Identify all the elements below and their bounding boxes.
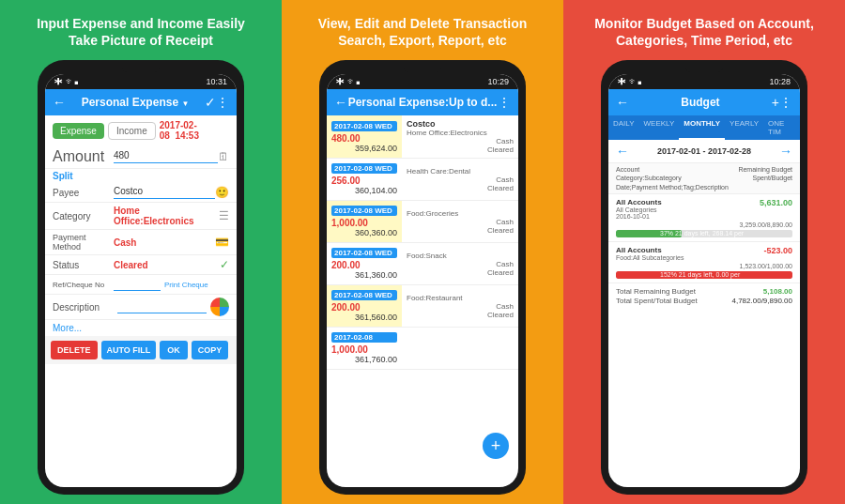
back-icon-2[interactable]: ← bbox=[334, 95, 347, 110]
status-bar-2: ✱ ᯤ◼ 10:29 bbox=[327, 74, 518, 89]
status-label: Status bbox=[53, 260, 114, 270]
txn-left-0: 2017-02-08 WED 480.00 359,624.00 bbox=[327, 115, 402, 158]
transaction-item-4[interactable]: 2017-02-08 WED 200.00 361,560.00 Food:Re… bbox=[327, 285, 518, 328]
check-icon-1[interactable]: ✓ bbox=[205, 95, 216, 110]
description-row: Description bbox=[45, 295, 237, 320]
transaction-list: 2017-02-08 WED 480.00 359,624.00 Costco … bbox=[327, 115, 518, 370]
txn-status-0: CashCleared bbox=[407, 137, 514, 154]
status-row: Status Cleared ✓ bbox=[45, 255, 237, 275]
transaction-item-2[interactable]: 2017-02-08 WED 1,000.00 360,360.00 Food:… bbox=[327, 201, 518, 243]
panel-1: Input Expense and Income Easily Take Pic… bbox=[0, 0, 282, 504]
toolbar-title-2: Personal Expense:Up to d... bbox=[347, 96, 498, 109]
txn-date-0: 2017-02-08 WED bbox=[331, 121, 397, 131]
budget-totals: Total Remaining Budget 5,108.00 Total Sp… bbox=[608, 283, 800, 310]
status-bar-3: ✱ ᯤ◼ 10:28 bbox=[608, 74, 800, 89]
tab-income[interactable]: Income bbox=[108, 122, 156, 140]
phone-notch-3 bbox=[685, 68, 723, 72]
payment-icon: 💳 bbox=[215, 236, 229, 249]
col-header-right: Remaining Budget Spent/Budget bbox=[738, 165, 792, 191]
txn-date-4: 2017-02-08 WED bbox=[331, 290, 397, 300]
status-time-3: 10:28 bbox=[769, 77, 791, 86]
txn-date-2: 2017-02-08 WED bbox=[331, 206, 397, 216]
txn-balance-0: 359,624.00 bbox=[331, 144, 397, 153]
txn-status-1: CashCleared bbox=[407, 176, 514, 192]
budget-sub-0: 3,259.00/8,890.00 bbox=[616, 221, 792, 228]
prev-period-button[interactable]: ← bbox=[616, 144, 629, 159]
txn-amount-3: 200.00 bbox=[331, 260, 397, 270]
txn-date-1: 2017-02-08 WED bbox=[331, 163, 397, 174]
txn-date-3: 2017-02-08 WED bbox=[331, 248, 397, 258]
status-bar-1: ✱ ᯤ◼ 10:31 bbox=[45, 74, 237, 89]
budget-bar-label-0: 37% 21 days left, 268.14 per day bbox=[660, 230, 748, 237]
copy-button[interactable]: COPY bbox=[192, 341, 229, 359]
period-tab-daily[interactable]: DAILY bbox=[608, 115, 639, 140]
payee-row: Payee Costco 🙂 bbox=[45, 183, 237, 203]
budget-item-1[interactable]: All Accounts Food:All Subcategories -523… bbox=[608, 242, 800, 283]
more-icon-2[interactable]: ⋮ bbox=[498, 95, 511, 110]
txn-payee-0: Costco bbox=[407, 119, 514, 129]
amount-input[interactable]: 480 bbox=[114, 150, 218, 163]
refcheque-label: Ref/Cheque No bbox=[53, 281, 114, 289]
status-icons-2: ✱ ᯤ◼ bbox=[336, 77, 361, 86]
budget-amount-1: -523.00 bbox=[763, 246, 792, 261]
more-icon-1[interactable]: ⋮ bbox=[216, 95, 229, 110]
ok-button[interactable]: OK bbox=[160, 341, 188, 359]
status-value[interactable]: Cleared bbox=[114, 260, 220, 270]
txn-balance-1: 360,104.00 bbox=[331, 186, 397, 195]
txn-category-0: Home Office:Electronics bbox=[407, 129, 514, 137]
col-header-left: Account Category:Subcategory Date;Paymen… bbox=[616, 165, 729, 191]
total-spent-row: Total Spent/Total Budget 4,782.00/9,890.… bbox=[616, 297, 792, 305]
autofill-button[interactable]: AUTO FILL bbox=[101, 341, 157, 359]
calculator-icon[interactable]: 🗓 bbox=[218, 150, 229, 163]
back-icon-3[interactable]: ← bbox=[616, 95, 629, 110]
toolbar-2: ← Personal Expense:Up to d... ⋮ bbox=[327, 89, 518, 115]
payment-value[interactable]: Cash bbox=[114, 237, 215, 248]
description-input[interactable] bbox=[117, 300, 207, 313]
next-period-button[interactable]: → bbox=[779, 144, 792, 159]
txn-balance-3: 361,360.00 bbox=[331, 270, 397, 280]
category-row: Category Home Office:Electronics ☰ bbox=[45, 203, 237, 230]
transaction-item-1[interactable]: 2017-02-08 WED 256.00 360,104.00 Health … bbox=[327, 159, 518, 201]
txn-category-1: Health Care:Dental bbox=[407, 167, 514, 176]
budget-items: All Accounts All Categories 2016-10-01 5… bbox=[608, 194, 800, 283]
txn-amount-4: 200.00 bbox=[331, 302, 397, 313]
toolbar-title-1: Personal Expense ▼ bbox=[66, 96, 205, 109]
color-wheel-icon bbox=[210, 298, 229, 316]
back-icon-1[interactable]: ← bbox=[53, 95, 66, 110]
txn-category-3: Food:Snack bbox=[407, 252, 514, 260]
budget-item-0[interactable]: All Accounts All Categories 2016-10-01 5… bbox=[608, 194, 800, 242]
phone-screen-1: ✱ ᯤ◼ 10:31 ← Personal Expense ▼ ✓ ⋮ Expe… bbox=[45, 74, 237, 487]
payee-input[interactable]: Costco bbox=[114, 186, 215, 199]
panel-3-title: Monitor Budget Based on Account, Categor… bbox=[594, 15, 814, 49]
payee-icon: 🙂 bbox=[215, 186, 229, 199]
transaction-item-5[interactable]: 2017-02-08 1,000.00 361,760.00 bbox=[327, 328, 518, 370]
more-icon-3[interactable]: ⋮ bbox=[779, 95, 792, 110]
budget-bar-bg-1: 152% 21 days left, 0.00 per day bbox=[616, 271, 792, 279]
category-value[interactable]: Home Office:Electronics bbox=[114, 206, 219, 226]
transaction-item-3[interactable]: 2017-02-08 WED 200.00 361,360.00 Food:Sn… bbox=[327, 243, 518, 285]
status-time-1: 10:31 bbox=[206, 77, 227, 86]
print-cheque-button[interactable]: Print Cheque bbox=[164, 281, 208, 289]
tab-expense[interactable]: Expense bbox=[53, 123, 104, 139]
txn-right-2: Food:Groceries CashCleared bbox=[402, 201, 518, 242]
txn-balance-5: 361,760.00 bbox=[331, 355, 397, 364]
period-tab-yearly[interactable]: YEARLY bbox=[725, 115, 763, 140]
add-transaction-fab[interactable]: + bbox=[483, 433, 509, 459]
budget-name-0: All Accounts bbox=[616, 198, 662, 206]
period-tab-monthly[interactable]: MONTHLY bbox=[679, 115, 725, 140]
panel-3: Monitor Budget Based on Account, Categor… bbox=[563, 0, 845, 504]
delete-button[interactable]: DELETE bbox=[51, 341, 98, 359]
period-tab-weekly[interactable]: WEEKLY bbox=[639, 115, 680, 140]
toolbar-title-3: Budget bbox=[629, 96, 772, 109]
phone-screen-3: ✱ ᯤ◼ 10:28 ← Budget + ⋮ DAILYWEEKLYMONTH… bbox=[608, 74, 800, 487]
add-icon-3[interactable]: + bbox=[772, 95, 779, 110]
phone-2: ✱ ᯤ◼ 10:29 ← Personal Expense:Up to d...… bbox=[319, 60, 526, 495]
date-range-display: 2017-02-01 - 2017-02-28 bbox=[657, 146, 751, 156]
transaction-item-0[interactable]: 2017-02-08 WED 480.00 359,624.00 Costco … bbox=[327, 115, 518, 159]
period-tab-one tim[interactable]: ONE TIM bbox=[763, 115, 800, 140]
phone-screen-2: ✱ ᯤ◼ 10:29 ← Personal Expense:Up to d...… bbox=[327, 74, 518, 487]
more-link[interactable]: More... bbox=[45, 320, 237, 336]
refcheque-input[interactable] bbox=[114, 278, 161, 291]
budget-bar-label-1: 152% 21 days left, 0.00 per day bbox=[660, 271, 748, 279]
total-remaining-row: Total Remaining Budget 5,108.00 bbox=[616, 287, 792, 296]
